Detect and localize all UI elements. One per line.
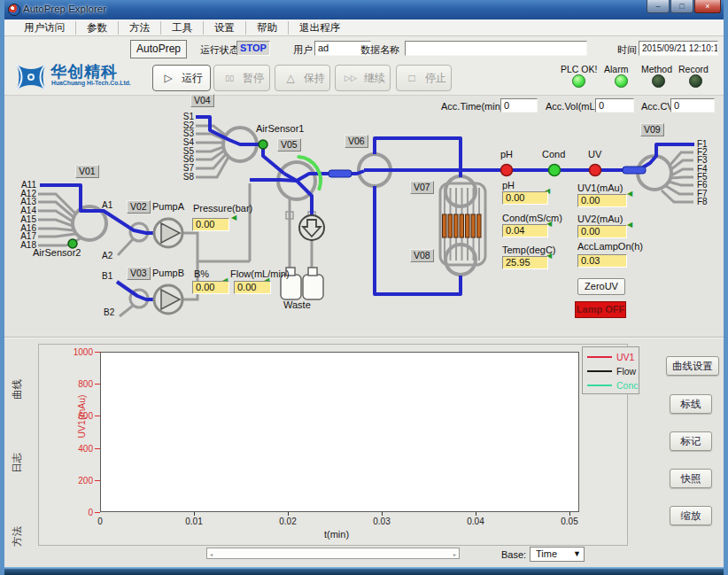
side-tab-curve[interactable]: 曲线: [11, 371, 24, 408]
port-b1: B1: [102, 271, 112, 281]
menu-user-access[interactable]: 用户访问: [13, 21, 76, 35]
stop-icon: □: [405, 72, 419, 84]
chart-legend: UV1 Flow Conc: [582, 346, 639, 394]
pressure-field[interactable]: 0.00: [192, 218, 229, 231]
port-b2: B2: [104, 307, 114, 317]
acc-cv-value: 0: [670, 98, 715, 113]
chart-plot-area[interactable]: [100, 352, 579, 512]
legend-flow-label: Flow: [616, 366, 636, 377]
valve-v07-body: [445, 176, 476, 206]
legend-flow[interactable]: Flow: [587, 365, 639, 377]
chevron-down-icon: ▼: [573, 549, 581, 558]
ph-sensor-dot: [501, 165, 513, 176]
base-dropdown[interactable]: Time ▼: [530, 547, 585, 562]
resume-button[interactable]: ▷▷ 继续: [335, 65, 391, 91]
valve-v03-body: [130, 290, 148, 307]
side-tab-method[interactable]: 方法: [11, 518, 24, 556]
check-valve-1: [329, 170, 352, 177]
ytick-200: 200: [66, 476, 93, 486]
valve-v05-body: [278, 162, 315, 199]
uv-sensor-dot: [590, 165, 601, 176]
valve-v09-body: [638, 156, 671, 190]
side-tab-log[interactable]: 日志: [11, 445, 24, 482]
alarm-led: [615, 74, 628, 88]
mark-button[interactable]: 标记: [670, 431, 712, 451]
hold-icon: △: [283, 72, 298, 84]
chart-x-axis-label: t(min): [306, 529, 368, 540]
acc-time-label: Acc.Time(min): [441, 101, 503, 112]
port-a2: A2: [102, 251, 112, 260]
curve-settings-button[interactable]: 曲线设置: [666, 356, 719, 376]
hold-button[interactable]: △ 保持: [275, 65, 330, 91]
record-led: [689, 74, 702, 88]
run-button[interactable]: ▷ 运行: [152, 65, 211, 91]
minimize-button[interactable]: –: [647, 0, 670, 13]
acc-vol-value: 0: [595, 98, 634, 113]
uv2-indicator-icon: ◀: [627, 221, 632, 229]
stop-label: 停止: [425, 71, 446, 86]
menu-help[interactable]: 帮助: [246, 21, 289, 35]
b-percent-field[interactable]: 0.00: [192, 281, 229, 294]
pump-b-icon: [154, 285, 182, 314]
valve-v05-position-arc: [298, 157, 321, 189]
zero-uv-button[interactable]: ZeroUV: [577, 278, 625, 295]
brand-logo-icon: [14, 61, 48, 93]
app-icon: [8, 4, 20, 16]
maximize-button[interactable]: □: [670, 0, 693, 13]
autoprep-button[interactable]: AutoPrep: [130, 40, 187, 58]
data-name-label: 数据名称: [360, 43, 399, 57]
pause-button[interactable]: ▯▯ 暂停: [213, 65, 270, 91]
app-window: AutoPrep Explorer – □ × 用户访问 参数 方法 工具 设置…: [0, 0, 728, 575]
method-led: [652, 74, 665, 88]
legend-uv1-line: [587, 356, 612, 358]
xtick-003: 0.03: [367, 517, 397, 526]
scrollbar-left-icon[interactable]: ◂: [210, 551, 213, 557]
ytick-600: 600: [66, 411, 93, 421]
snapshot-button[interactable]: 快照: [670, 469, 712, 488]
ytick-1000: 1000: [66, 347, 93, 357]
plc-ok-label: PLC OK!: [561, 64, 597, 74]
menu-settings[interactable]: 设置: [204, 21, 246, 35]
legend-uv1-label: UV1: [616, 352, 634, 362]
uv1-readout-field: 0.00: [577, 194, 627, 207]
resume-label: 继续: [364, 71, 385, 86]
xtick-005: 0.05: [554, 517, 585, 526]
flow-field[interactable]: 0.00: [234, 281, 271, 294]
run-icon: ▷: [161, 72, 175, 84]
legend-uv1[interactable]: UV1: [587, 351, 639, 363]
menu-tools[interactable]: 工具: [161, 21, 204, 35]
acc-vol-label: Acc.Vol(mL): [546, 101, 598, 112]
section-divider: [4, 337, 724, 338]
column-media: [443, 214, 482, 237]
menu-method[interactable]: 方法: [119, 21, 161, 35]
uv1-readout-label: UV1(mAu): [577, 183, 623, 193]
port-f8: F8: [697, 197, 708, 206]
port-s8: S8: [174, 172, 194, 182]
pump-b-label: PumpB: [152, 268, 184, 278]
legend-conc[interactable]: Conc: [587, 379, 639, 392]
user-label: 用户: [293, 43, 313, 57]
xtick-0: 0: [85, 517, 115, 526]
menu-exit[interactable]: 退出程序: [289, 21, 351, 35]
valve-v06-body: [359, 154, 391, 186]
uv2-readout-field: 0.00: [577, 225, 627, 238]
pause-icon: ▯▯: [222, 74, 236, 82]
zoom-button[interactable]: 缩放: [670, 506, 712, 525]
stop-button[interactable]: □ 停止: [396, 65, 452, 91]
data-name-input[interactable]: [405, 41, 587, 56]
menu-parameters[interactable]: 参数: [76, 21, 119, 35]
acclamp-readout-field: 0.03: [577, 254, 627, 268]
marker-line-button[interactable]: 标线: [670, 394, 712, 414]
pump-a-icon: [154, 219, 182, 247]
valve-tag-v07: V07: [410, 181, 434, 194]
lamp-off-button[interactable]: Lamp OFF: [575, 301, 626, 318]
hold-label: 保持: [304, 71, 325, 86]
time-label: 时间: [617, 43, 637, 57]
close-button[interactable]: ×: [694, 0, 721, 13]
valve-tag-v01: V01: [75, 165, 99, 178]
legend-flow-line: [587, 370, 612, 372]
acc-time-value: 0: [500, 98, 538, 113]
chart-scrollbar[interactable]: ◂ ▸: [206, 548, 460, 559]
scrollbar-right-icon[interactable]: ▸: [453, 551, 456, 557]
valve-tag-v02: V02: [127, 200, 151, 214]
